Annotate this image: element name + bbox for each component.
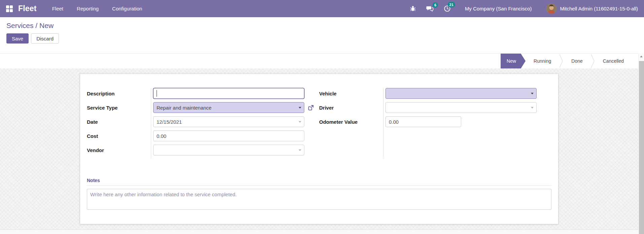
apps-grid-icon[interactable] [6,5,13,12]
driver-label: Driver [319,102,383,113]
external-link-icon[interactable] [307,104,314,111]
description-label: Description [87,88,151,99]
activities-clock-icon[interactable]: 21 [444,5,451,12]
breadcrumb-services-link[interactable]: Services [6,22,34,29]
vendor-input[interactable] [153,145,304,155]
left-field-group: Description Service Type Date Cost Vendo… [87,88,319,159]
discard-button[interactable]: Discard [31,33,59,43]
odometer-label: Odometer Value [319,116,383,127]
app-brand[interactable]: Fleet [18,4,37,13]
company-switcher[interactable]: My Company (San Francisco) [465,6,532,11]
top-navbar: Fleet Fleet Reporting Configuration 6 [0,0,644,17]
navbar-right-section: 6 21 My Company (San Francisco) Mitchell… [400,4,638,14]
breadcrumb-separator: / [34,22,40,29]
form-sheet: Description Service Type Date Cost Vendo… [80,74,558,224]
messages-count-badge: 6 [433,2,438,8]
cost-label: Cost [87,130,151,141]
vehicle-label: Vehicle [319,88,383,99]
driver-input[interactable] [385,102,537,113]
service-type-label: Service Type [87,102,151,113]
vehicle-input[interactable] [385,88,537,99]
stage-cancelled[interactable]: Cancelled [595,54,632,68]
vertical-scrollbar[interactable] [638,53,644,234]
action-buttons-row: Save Discard [6,33,644,43]
stage-separator [591,54,595,68]
chevron-down-icon [299,121,301,123]
nav-menu-reporting[interactable]: Reporting [77,6,99,11]
control-panel: Services / New Save Discard [0,17,644,53]
notes-divider [87,185,551,186]
nav-menu-configuration[interactable]: Configuration [112,6,142,11]
breadcrumb-current: New [39,22,54,29]
notes-title: Notes [87,178,551,183]
user-name-label: Mitchell Admin (11602491-15-0-all) [560,6,638,11]
user-menu[interactable]: Mitchell Admin (11602491-15-0-all) [546,4,638,14]
activities-count-badge: 21 [448,2,455,7]
footer-strip [0,230,644,234]
breadcrumb: Services / New [6,22,644,30]
messages-icon[interactable]: 6 [426,5,434,12]
chevron-down-icon [299,149,301,151]
scrollbar-up-arrow-icon[interactable] [639,53,644,60]
save-button[interactable]: Save [6,33,29,43]
cost-input[interactable] [153,130,304,141]
chevron-down-icon [299,107,301,109]
description-input[interactable] [153,88,304,99]
chevron-down-icon [531,93,534,94]
date-label: Date [87,116,151,127]
form-view-background: Description Service Type Date Cost Vendo… [0,68,644,230]
scrollbar-thumb[interactable] [639,61,644,234]
chevron-down-icon [531,107,534,109]
vendor-label: Vendor [87,145,151,155]
user-avatar [546,4,556,14]
service-type-input[interactable] [153,102,304,113]
nav-menu-fleet[interactable]: Fleet [52,6,63,11]
right-field-group: Vehicle Driver Odometer Value [319,88,551,159]
odometer-input[interactable] [385,116,461,127]
debug-bug-icon[interactable] [410,5,416,12]
statusbar: New Running Done Cancelled [0,53,644,68]
notes-section: Notes [87,178,551,211]
stage-running[interactable]: Running [526,54,559,68]
stage-new[interactable]: New [501,54,526,68]
date-input[interactable] [153,116,304,127]
stage-separator [559,54,563,68]
stage-done[interactable]: Done [563,54,590,68]
notes-textarea[interactable] [87,189,551,210]
text-caret [157,90,157,97]
